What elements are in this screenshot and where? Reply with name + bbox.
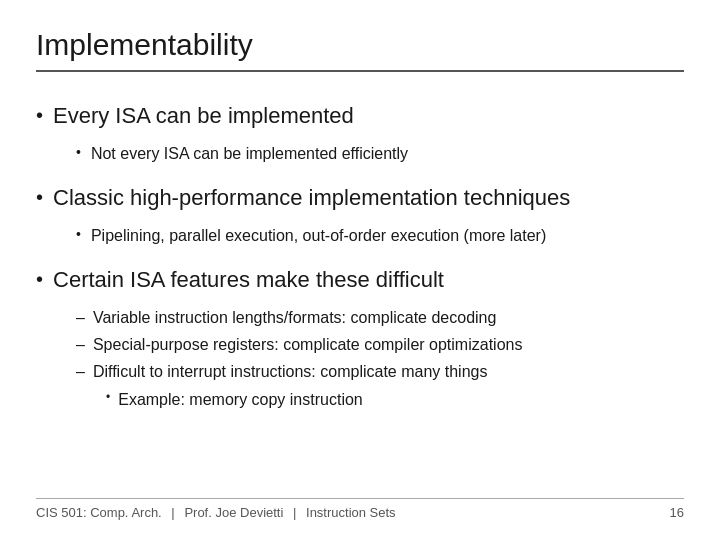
- bullet-3: • Certain ISA features make these diffic…: [36, 266, 684, 295]
- bullet-3-dash-2-text: Special-purpose registers: complicate co…: [93, 334, 523, 356]
- bullet-1-child-1-text: Not every ISA can be implemented efficie…: [91, 143, 408, 165]
- bullet-3-dash-3-symbol: –: [76, 361, 85, 383]
- bullet-3-sub-1-text: Example: memory copy instruction: [118, 389, 363, 411]
- bullet-1-child-1: • Not every ISA can be implemented effic…: [76, 143, 684, 165]
- footer-instructor: Prof. Joe Devietti: [184, 505, 283, 520]
- bullet-3-text: Certain ISA features make these difficul…: [53, 266, 444, 295]
- slide-title: Implementability: [36, 28, 684, 72]
- bullet-3-dash-1-symbol: –: [76, 307, 85, 329]
- bullet-3-dash-3-text: Difficult to interrupt instructions: com…: [93, 361, 488, 383]
- bullet-1-text: Every ISA can be implemented: [53, 102, 354, 131]
- bullet-3-dot: •: [36, 266, 43, 292]
- bullet-3-sub-1: • Example: memory copy instruction: [106, 389, 684, 411]
- slide-content: • Every ISA can be implemented • Not eve…: [36, 82, 684, 498]
- bullet-1-child-1-dot: •: [76, 143, 81, 163]
- bullet-2-child-1-dot: •: [76, 225, 81, 245]
- bullet-3-dash-1: – Variable instruction lengths/formats: …: [76, 307, 684, 329]
- bullet-2-dot: •: [36, 184, 43, 210]
- bullet-3-dash-2: – Special-purpose registers: complicate …: [76, 334, 684, 356]
- bullet-2-text: Classic high-performance implementation …: [53, 184, 570, 213]
- footer-topic: Instruction Sets: [306, 505, 396, 520]
- slide-footer: CIS 501: Comp. Arch. | Prof. Joe Deviett…: [36, 498, 684, 520]
- bullet-1-dot: •: [36, 102, 43, 128]
- bullet-3-dash-1-text: Variable instruction lengths/formats: co…: [93, 307, 496, 329]
- bullet-3-sub-1-dot: •: [106, 389, 110, 406]
- bullet-3-dash-3: – Difficult to interrupt instructions: c…: [76, 361, 684, 383]
- footer-page: 16: [670, 505, 684, 520]
- bullet-2-child-1: • Pipelining, parallel execution, out-of…: [76, 225, 684, 247]
- footer-course: CIS 501: Comp. Arch.: [36, 505, 162, 520]
- footer-sep-2: |: [293, 505, 296, 520]
- slide: Implementability • Every ISA can be impl…: [0, 0, 720, 540]
- bullet-3-dash-2-symbol: –: [76, 334, 85, 356]
- footer-sep-1: |: [171, 505, 174, 520]
- footer-left: CIS 501: Comp. Arch. | Prof. Joe Deviett…: [36, 505, 396, 520]
- bullet-2: • Classic high-performance implementatio…: [36, 184, 684, 213]
- bullet-1: • Every ISA can be implemented: [36, 102, 684, 131]
- bullet-2-child-1-text: Pipelining, parallel execution, out-of-o…: [91, 225, 546, 247]
